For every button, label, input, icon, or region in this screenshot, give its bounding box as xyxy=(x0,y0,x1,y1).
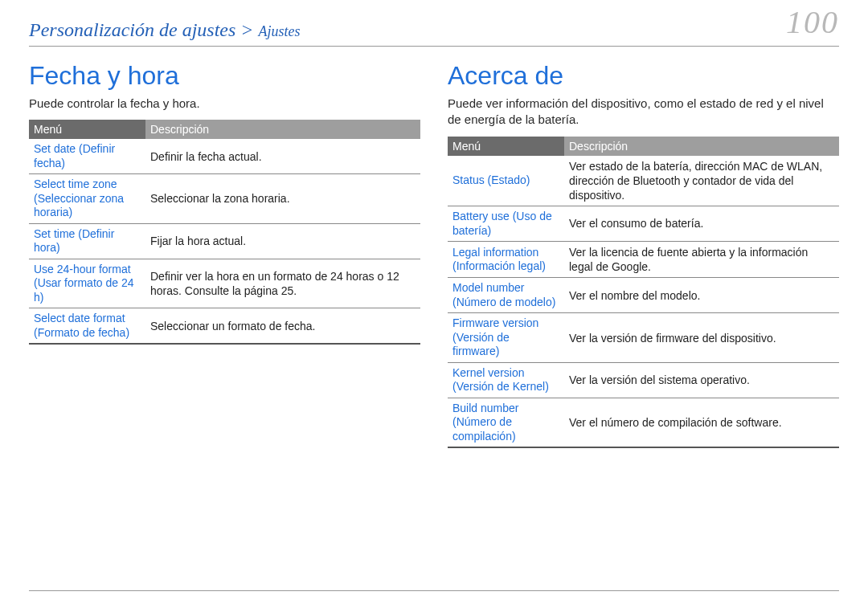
desc-cell: Ver el número de compilación de software… xyxy=(564,398,839,447)
th-menu: Menú xyxy=(448,137,564,156)
table-fecha-y-hora: Menú Descripción Set date (Definir fecha… xyxy=(29,120,420,345)
desc-cell: Seleccionar un formato de fecha. xyxy=(145,308,420,345)
menu-cell: Status (Estado) xyxy=(448,156,564,206)
page-number: 100 xyxy=(786,3,839,41)
table-row: Status (Estado)Ver estado de la batería,… xyxy=(448,156,839,206)
divider-bottom xyxy=(29,590,839,591)
section-title-right: Acerca de xyxy=(448,61,839,91)
divider-top xyxy=(29,46,839,47)
th-menu: Menú xyxy=(29,120,145,139)
table-acerca-de: Menú Descripción Status (Estado)Ver esta… xyxy=(448,137,839,449)
table-row: Set date (Definir fecha)Definir la fecha… xyxy=(29,139,420,174)
table-row: Kernel version (Versión de Kernel)Ver la… xyxy=(448,362,839,398)
page: Personalización de ajustes > Ajustes 100… xyxy=(0,0,868,612)
table-row: Select time zone (Seleccionar zona horar… xyxy=(29,174,420,224)
table-row: Build number (Número de compilación)Ver … xyxy=(448,398,839,447)
desc-cell: Ver el nombre del modelo. xyxy=(564,278,839,313)
desc-cell: Seleccionar la zona horaria. xyxy=(145,174,420,224)
breadcrumb-section: Personalización de ajustes xyxy=(29,19,235,40)
desc-cell: Definir ver la hora en un formato de 24 … xyxy=(145,259,420,308)
th-desc: Descripción xyxy=(564,137,839,156)
section-title-left: Fecha y hora xyxy=(29,61,420,91)
menu-cell: Firmware version (Versión de firmware) xyxy=(448,313,564,363)
table-row: Set time (Definir hora)Fijar la hora act… xyxy=(29,223,420,259)
menu-cell: Use 24-hour format (Usar formato de 24 h… xyxy=(29,259,145,308)
menu-cell: Select time zone (Seleccionar zona horar… xyxy=(29,174,145,224)
menu-cell: Set time (Definir hora) xyxy=(29,223,145,259)
menu-cell: Legal information (Información legal) xyxy=(448,242,564,278)
desc-cell: Ver el consumo de batería. xyxy=(564,206,839,242)
table-row: Firmware version (Versión de firmware)Ve… xyxy=(448,313,839,363)
menu-cell: Set date (Definir fecha) xyxy=(29,139,145,174)
section-intro-left: Puede controlar la fecha y hora. xyxy=(29,96,420,112)
breadcrumb: Personalización de ajustes > Ajustes xyxy=(29,19,839,41)
desc-cell: Ver la versión del sistema operativo. xyxy=(564,362,839,398)
menu-cell: Kernel version (Versión de Kernel) xyxy=(448,362,564,398)
table-row: Use 24-hour format (Usar formato de 24 h… xyxy=(29,259,420,308)
desc-cell: Ver estado de la batería, dirección MAC … xyxy=(564,156,839,206)
menu-cell: Model number (Número de modelo) xyxy=(448,278,564,313)
menu-cell: Build number (Número de compilación) xyxy=(448,398,564,447)
table-row: Legal information (Información legal)Ver… xyxy=(448,242,839,278)
columns: Fecha y hora Puede controlar la fecha y … xyxy=(29,61,839,448)
breadcrumb-sub: Ajustes xyxy=(259,23,301,39)
desc-cell: Definir la fecha actual. xyxy=(145,139,420,174)
table-row: Select date format (Formato de fecha)Sel… xyxy=(29,308,420,345)
section-intro-right: Puede ver información del dispositivo, c… xyxy=(448,96,839,129)
section-acerca-de: Acerca de Puede ver información del disp… xyxy=(448,61,839,448)
breadcrumb-sep: > xyxy=(240,19,253,40)
th-desc: Descripción xyxy=(145,120,420,139)
section-fecha-y-hora: Fecha y hora Puede controlar la fecha y … xyxy=(29,61,420,448)
table-row: Model number (Número de modelo)Ver el no… xyxy=(448,278,839,313)
desc-cell: Ver la licencia de fuente abierta y la i… xyxy=(564,242,839,278)
menu-cell: Battery use (Uso de batería) xyxy=(448,206,564,242)
menu-cell: Select date format (Formato de fecha) xyxy=(29,308,145,345)
desc-cell: Ver la versión de firmware del dispositi… xyxy=(564,313,839,363)
desc-cell: Fijar la hora actual. xyxy=(145,223,420,259)
table-row: Battery use (Uso de batería)Ver el consu… xyxy=(448,206,839,242)
